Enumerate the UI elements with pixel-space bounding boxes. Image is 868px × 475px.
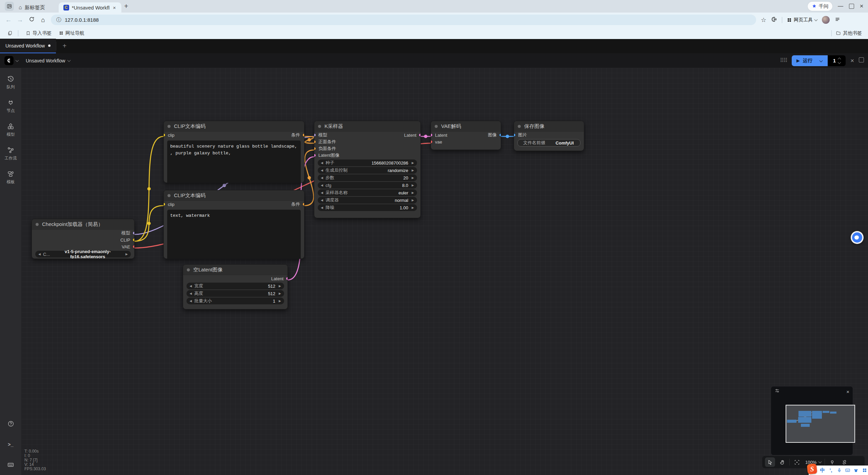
collapse-dot[interactable] [435, 125, 438, 128]
input-port-clip[interactable] [163, 203, 165, 206]
run-options-chevron-icon[interactable] [819, 59, 823, 62]
queue-panel-button[interactable] [859, 57, 864, 64]
back-button[interactable]: ← [3, 16, 14, 24]
ime-keyboard-button[interactable] [844, 468, 851, 473]
node-save-image[interactable]: 保存图像图片文件名前缀ComfyUI [514, 121, 584, 151]
assistant-float-button[interactable] [851, 231, 864, 244]
collapse-dot[interactable] [518, 125, 521, 128]
minimap-close-icon[interactable]: × [846, 389, 849, 395]
output-port-模型[interactable] [133, 231, 135, 235]
sidebar-item-nodes[interactable]: 节点 [7, 99, 15, 114]
increment-arrow-icon[interactable]: ▶ [412, 161, 414, 165]
help-button[interactable] [7, 420, 14, 429]
forward-button[interactable]: → [14, 16, 26, 24]
node-clip-text-encode-positive[interactable]: CLIP文本编码clip条件beautiful scenery nature g… [163, 121, 304, 183]
widget-ckpt-name[interactable]: ◀C...v1-5-pruned-emaonly-fp16.safetensor… [35, 251, 131, 258]
fit-view-button[interactable] [792, 457, 802, 467]
output-port-Latent[interactable] [286, 277, 288, 280]
widget-sampler-name[interactable]: ◀采样器名称euler▶ [318, 189, 417, 196]
node-checkpoint-loader[interactable]: Checkpoint加载器（简易）模型CLIPVAE◀C...v1-5-prun… [32, 219, 135, 259]
widget-prompt[interactable]: beautiful scenery nature glass bottle la… [167, 140, 301, 183]
widget-prompt[interactable]: text, watermark [167, 210, 301, 259]
reload-button[interactable] [26, 16, 37, 24]
tab-search-icon[interactable] [5, 2, 14, 11]
pan-tool-button[interactable] [777, 457, 787, 467]
output-port-图像[interactable] [499, 133, 501, 137]
window-maximize-button[interactable] [846, 0, 856, 12]
ime-mic-button[interactable] [836, 468, 843, 473]
increment-arrow-icon[interactable]: ▶ [412, 169, 414, 172]
increment-arrow-icon[interactable]: ▶ [412, 176, 414, 179]
input-port-模型[interactable] [314, 133, 316, 137]
browser-tab-comfyui[interactable]: C *Unsaved Workfl × [59, 2, 121, 13]
comfyui-logo[interactable] [4, 56, 14, 65]
sidebar-item-templates[interactable]: 模板 [7, 170, 15, 185]
other-bookmarks-button[interactable]: 其他书签 [836, 30, 862, 36]
workflow-tab[interactable]: Unsaved Workflow [0, 39, 56, 53]
sogou-logo[interactable]: S [807, 463, 817, 475]
drag-handle[interactable]: ⠿⠿ [780, 57, 787, 64]
decrement-arrow-icon[interactable]: ◀ [321, 169, 323, 172]
widget-cfg[interactable]: ◀cfg8.0▶ [318, 182, 417, 189]
new-workflow-button[interactable]: + [62, 42, 66, 50]
run-button[interactable]: ▶ 运行 [792, 55, 828, 66]
bookmark-star-icon[interactable]: ☆ [761, 16, 766, 24]
node-empty-latent-image[interactable]: 空Latent图像Latent◀宽度512▶◀高度512▶◀批量大小1▶ [183, 264, 288, 309]
decrement-arrow-icon[interactable]: ◀ [321, 161, 323, 165]
decrement-arrow-icon[interactable]: ◀ [321, 198, 323, 202]
input-port-图片[interactable] [514, 133, 516, 137]
collapse-dot[interactable] [36, 223, 39, 226]
batch-count-input[interactable]: 1 [828, 55, 846, 66]
collapse-dot[interactable] [318, 125, 321, 128]
widget-width[interactable]: ◀宽度512▶ [186, 283, 284, 289]
decrement-arrow-icon[interactable]: ◀ [321, 176, 323, 179]
widget-scheduler[interactable]: ◀调度器normal▶ [318, 197, 417, 204]
decrement-arrow-icon[interactable]: ◀ [38, 252, 41, 256]
sidebar-item-workflows[interactable]: 工作流 [5, 147, 17, 161]
qianwen-button[interactable]: 千问 [808, 2, 832, 11]
browser-menu-icon[interactable] [834, 16, 841, 24]
input-port-正面条件[interactable] [314, 140, 316, 144]
widget-control-after-generate[interactable]: ◀生成后控制randomize▶ [318, 167, 417, 174]
increment-arrow-icon[interactable]: ▶ [412, 206, 414, 209]
ime-punct-toggle[interactable]: ’, [827, 468, 834, 473]
shortcuts-button[interactable] [7, 461, 14, 470]
workflow-name-menu[interactable]: Unsaved Workflow [26, 58, 70, 63]
home-button[interactable]: ⌂ [37, 16, 49, 24]
input-port-Latent图像[interactable] [314, 154, 316, 157]
ime-menu-button[interactable] [861, 468, 868, 473]
clear-queue-button[interactable]: × [850, 57, 854, 64]
new-tab-button[interactable]: + [124, 2, 128, 10]
input-port-负面条件[interactable] [314, 147, 316, 150]
profile-avatar[interactable] [822, 16, 830, 24]
increment-arrow-icon[interactable]: ▶ [125, 252, 128, 256]
decrement-arrow-icon[interactable]: ◀ [321, 184, 323, 187]
input-port-Latent[interactable] [431, 133, 433, 137]
collapse-dot[interactable] [167, 125, 171, 128]
widget-batch-size[interactable]: ◀批量大小1▶ [186, 298, 284, 304]
decrement-arrow-icon[interactable]: ◀ [321, 206, 323, 209]
site-info-icon[interactable]: ⓘ [56, 17, 61, 23]
decrement-arrow-icon[interactable]: ◀ [190, 299, 192, 303]
minimap-viewport[interactable] [786, 405, 855, 443]
browser-tab-newtab[interactable]: ⌂ 新标签页 [14, 2, 50, 13]
decrement-arrow-icon[interactable]: ◀ [321, 191, 323, 194]
increment-arrow-icon[interactable]: ▶ [279, 284, 281, 288]
sidebar-item-queue[interactable]: 队列 [7, 75, 15, 90]
input-port-clip[interactable] [163, 133, 165, 137]
decrement-arrow-icon[interactable]: ◀ [190, 284, 192, 288]
increment-arrow-icon[interactable]: ▶ [412, 198, 414, 202]
sidebar-item-models[interactable]: 模型 [7, 123, 15, 137]
increment-arrow-icon[interactable]: ▶ [412, 184, 414, 187]
minimap-settings-icon[interactable] [774, 388, 780, 395]
output-port-Latent[interactable] [419, 133, 421, 137]
output-port-条件[interactable] [302, 203, 304, 206]
web-tools-menu[interactable]: 网页工具 [787, 17, 817, 23]
bookmark-import-bookmarks[interactable]: 导入书签 [26, 30, 52, 36]
input-port-vae[interactable] [431, 140, 433, 144]
node-clip-text-encode-negative[interactable]: CLIP文本编码clip条件text, watermark [163, 190, 304, 259]
logo-menu-chevron-icon[interactable] [16, 58, 19, 62]
increment-arrow-icon[interactable]: ▶ [279, 299, 281, 303]
ime-lang-toggle[interactable]: 中 [819, 467, 826, 474]
address-input[interactable]: ⓘ 127.0.0.1:8188 [51, 15, 756, 25]
